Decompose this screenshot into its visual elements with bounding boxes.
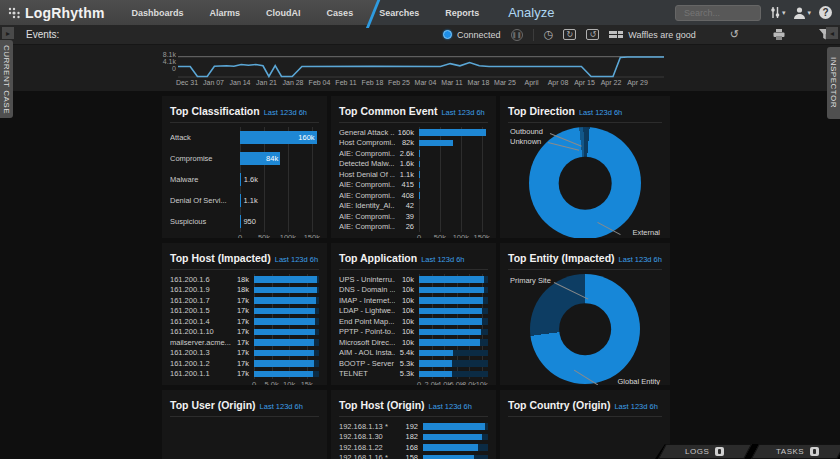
- bar[interactable]: [419, 140, 453, 147]
- bar[interactable]: [419, 360, 452, 367]
- bar[interactable]: [254, 350, 314, 357]
- logs-tab[interactable]: LOGS: [658, 444, 751, 459]
- bar[interactable]: [423, 434, 482, 441]
- left-panel-toggle-icon[interactable]: ▸: [2, 27, 14, 39]
- bar-row[interactable]: 161.200.1.117k: [170, 369, 319, 380]
- bar-row[interactable]: 192.168.1.13 *192: [339, 421, 488, 432]
- current-case-tab[interactable]: CURRENT CASE: [0, 40, 13, 118]
- bar-row[interactable]: Denial Of Servi...1.1k: [170, 190, 319, 211]
- bar-row[interactable]: AIE: Compromi...2.6k: [339, 148, 488, 159]
- tasks-tab[interactable]: TASKS: [751, 444, 840, 459]
- bar-row[interactable]: 161.200.1.1017k: [170, 327, 319, 338]
- bar-row[interactable]: AIM - AOL Insta...5.4k: [339, 348, 488, 359]
- bar-row[interactable]: UPS - Uninterru...10k: [339, 274, 488, 285]
- bar-row[interactable]: 161.200.1.918k: [170, 285, 319, 296]
- bar-row[interactable]: 161.200.1.417k: [170, 316, 319, 327]
- bar[interactable]: [254, 329, 315, 336]
- bar[interactable]: 160k: [240, 131, 317, 144]
- bar-row[interactable]: AIE: Compromi...415: [339, 180, 488, 191]
- bar[interactable]: [423, 444, 478, 451]
- bar[interactable]: [419, 318, 482, 325]
- nav-item-dashboards[interactable]: Dashboards: [119, 0, 197, 25]
- undo-icon[interactable]: ↺: [730, 29, 739, 40]
- bar-row[interactable]: Compromise84k: [170, 148, 319, 169]
- bar-row[interactable]: TELNET5.3k: [339, 369, 488, 380]
- bar[interactable]: [240, 194, 241, 207]
- inspector-tab[interactable]: INSPECTOR: [827, 47, 840, 119]
- bar[interactable]: [254, 318, 315, 325]
- user-menu[interactable]: ▾: [793, 6, 811, 19]
- bar-row[interactable]: DNS - Domain ...10k: [339, 285, 488, 296]
- bar[interactable]: [419, 287, 484, 294]
- bar[interactable]: [419, 371, 452, 378]
- nav-item-alarms[interactable]: Alarms: [197, 0, 254, 25]
- replay-gauge-icon[interactable]: ↻: [563, 29, 576, 40]
- help-icon[interactable]: ?: [819, 6, 832, 19]
- logrhythm-logo[interactable]: LogRhythm: [0, 5, 119, 21]
- bar-row[interactable]: 161.200.1.618k: [170, 274, 319, 285]
- bar-row[interactable]: AIE: Compromi...26: [339, 222, 488, 233]
- bar[interactable]: [419, 350, 453, 357]
- bar-row[interactable]: Malware1.6k: [170, 169, 319, 190]
- bar-row[interactable]: Suspicious950: [170, 211, 319, 232]
- bar[interactable]: [419, 339, 480, 346]
- settings-sliders-menu[interactable]: ▾: [769, 6, 786, 19]
- bar-row[interactable]: Attack160k: [170, 127, 319, 148]
- bar-row[interactable]: General Attack ...160k: [339, 127, 488, 138]
- bar[interactable]: [254, 360, 314, 367]
- bar-row[interactable]: Microsoft Direc...10k: [339, 337, 488, 348]
- bar[interactable]: [419, 150, 420, 157]
- restore-gauge-icon[interactable]: ↺: [586, 29, 599, 40]
- bar[interactable]: [254, 371, 313, 378]
- bar[interactable]: [419, 308, 482, 315]
- bar-row[interactable]: 161.200.1.517k: [170, 306, 319, 317]
- waffle-view-button[interactable]: Waffles are good: [609, 30, 696, 40]
- bar-row[interactable]: IMAP - Internet...10k: [339, 295, 488, 306]
- nav-item-cases[interactable]: Cases: [314, 0, 367, 25]
- events-timeline[interactable]: 8.1k4.1k0 Dec 31Jan 07Jan 14Jan 21Jan 28…: [0, 45, 840, 91]
- bar-row[interactable]: BOOTP - Server5.3k: [339, 358, 488, 369]
- bar-row[interactable]: AIE: Compromi...39: [339, 211, 488, 222]
- bar-row[interactable]: 192.168.1.30182: [339, 432, 488, 443]
- nav-item-searches[interactable]: Searches: [366, 0, 432, 25]
- bar[interactable]: [254, 287, 317, 294]
- bar-row[interactable]: PPTP - Point-to...10k: [339, 327, 488, 338]
- bar[interactable]: [254, 276, 317, 283]
- bar[interactable]: 84k: [240, 152, 280, 165]
- print-icon[interactable]: [773, 29, 785, 40]
- bar-row[interactable]: LDAP - Lightwe...10k: [339, 306, 488, 317]
- bar[interactable]: [254, 297, 316, 304]
- bar[interactable]: [419, 129, 486, 136]
- pause-stream-icon[interactable]: ❚❚: [511, 29, 523, 41]
- bar[interactable]: [419, 161, 420, 168]
- bar-row[interactable]: AIE: Identity_Al...42: [339, 201, 488, 212]
- search-input[interactable]: [675, 5, 761, 21]
- bar[interactable]: [423, 423, 485, 430]
- bar[interactable]: [419, 329, 481, 336]
- nav-item-cloudai[interactable]: CloudAI: [253, 0, 314, 25]
- bar-row[interactable]: Host Compromi...82k: [339, 138, 488, 149]
- bar[interactable]: [423, 455, 474, 459]
- bar-row[interactable]: Detected Malw...1.6k: [339, 159, 488, 170]
- bar-row[interactable]: Host Denial Of ...1.1k: [339, 169, 488, 180]
- bar-row[interactable]: AIE: Compromi...408: [339, 190, 488, 201]
- timeline-plot[interactable]: [178, 54, 664, 78]
- bar[interactable]: [254, 308, 315, 315]
- bar[interactable]: [419, 276, 484, 283]
- donut-ring[interactable]: [530, 274, 640, 384]
- bar[interactable]: [419, 297, 483, 304]
- bar[interactable]: [254, 339, 314, 346]
- right-panel-toggle-icon[interactable]: ◂: [826, 27, 838, 39]
- bar-row[interactable]: 161.200.1.717k: [170, 295, 319, 306]
- bar-row[interactable]: 192.168.1.22168: [339, 442, 488, 453]
- bar-row[interactable]: End Point Map...10k: [339, 316, 488, 327]
- bar-row[interactable]: 161.200.1.317k: [170, 348, 319, 359]
- nav-item-reports[interactable]: Reports: [432, 0, 492, 25]
- bar[interactable]: [240, 173, 241, 186]
- tab-analyze[interactable]: Analyze: [492, 0, 568, 25]
- clock-icon[interactable]: ◷: [544, 29, 554, 40]
- bar-row[interactable]: mailserver.acme...17k: [170, 337, 319, 348]
- bar-row[interactable]: 161.200.1.217k: [170, 358, 319, 369]
- bar-row[interactable]: 192.168.1.16 *158: [339, 453, 488, 459]
- donut-ring[interactable]: [529, 127, 641, 238]
